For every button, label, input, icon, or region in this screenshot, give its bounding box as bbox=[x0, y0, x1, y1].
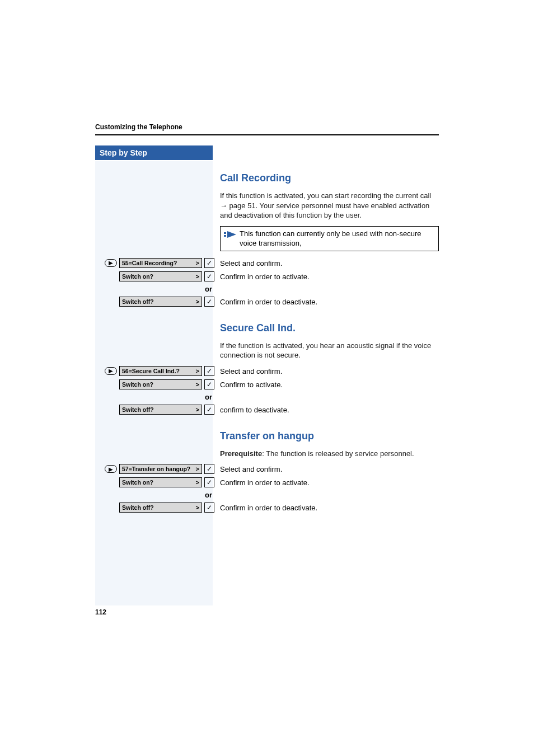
switch-on-row: Switch on? > ✓ Confirm to activate. bbox=[95, 379, 439, 389]
body-transfer: Prerequisite: The function is released b… bbox=[220, 449, 439, 459]
option-label: 57=Transfer on hangup? bbox=[122, 466, 190, 472]
option-label: 56=Secure Call Ind.? bbox=[122, 368, 180, 374]
option-label: Switch on? bbox=[122, 479, 153, 486]
heading-secure-call: Secure Call Ind. bbox=[220, 322, 439, 334]
note-box: This function can currently only be used… bbox=[220, 226, 439, 251]
svg-rect-0 bbox=[224, 232, 226, 234]
nav-right-icon: ▶ bbox=[105, 367, 117, 375]
chevron-right-icon: > bbox=[196, 298, 199, 305]
body-text-post: page 51. Your service personnel must hav… bbox=[220, 201, 429, 220]
or-separator: or bbox=[95, 285, 439, 293]
option-switch-on[interactable]: Switch on? > bbox=[119, 271, 202, 281]
prerequisite-label: Prerequisite bbox=[220, 449, 262, 458]
option-55-call-recording[interactable]: 55=Call Recording? > bbox=[119, 258, 202, 268]
switch-off-row: Switch off? > ✓ Confirm in order to deac… bbox=[95, 297, 439, 307]
instruction-text: Select and confirm. bbox=[216, 366, 439, 375]
body-secure-call: If the function is activated, you hear a… bbox=[220, 341, 439, 360]
chevron-right-icon: > bbox=[196, 406, 199, 413]
instruction-text: confirm to deactivate. bbox=[216, 405, 439, 414]
option-label: Switch off? bbox=[122, 298, 154, 305]
note-icon bbox=[224, 230, 240, 241]
page-number: 112 bbox=[95, 608, 106, 616]
instruction-text: Confirm in order to activate. bbox=[216, 271, 439, 281]
menu-row-call-recording: ▶ 55=Call Recording? > ✓ Select and conf… bbox=[95, 258, 439, 268]
option-switch-on[interactable]: Switch on? > bbox=[119, 379, 202, 389]
chevron-right-icon: > bbox=[196, 466, 199, 472]
menu-row-transfer: ▶ 57=Transfer on hangup? > ✓ Select and … bbox=[95, 464, 439, 474]
confirm-check-icon[interactable]: ✓ bbox=[204, 464, 214, 474]
option-switch-off[interactable]: Switch off? > bbox=[119, 297, 202, 307]
prerequisite-text: : The function is released by service pe… bbox=[262, 449, 414, 458]
option-56-secure-call[interactable]: 56=Secure Call Ind.? > bbox=[119, 366, 202, 376]
switch-on-row: Switch on? > ✓ Confirm in order to activ… bbox=[95, 271, 439, 281]
arrow-glyph: → bbox=[220, 201, 227, 210]
confirm-check-icon[interactable]: ✓ bbox=[204, 503, 214, 513]
switch-on-row: Switch on? > ✓ Confirm in order to activ… bbox=[95, 477, 439, 487]
nav-right-icon: ▶ bbox=[105, 259, 117, 267]
option-switch-off[interactable]: Switch off? > bbox=[119, 405, 202, 415]
chevron-right-icon: > bbox=[196, 381, 199, 388]
heading-call-recording: Call Recording bbox=[220, 172, 439, 184]
instruction-text: Confirm in order to activate. bbox=[216, 477, 439, 487]
or-label: or bbox=[95, 393, 216, 401]
chevron-right-icon: > bbox=[196, 273, 199, 280]
or-separator: or bbox=[95, 491, 439, 499]
heading-transfer: Transfer on hangup bbox=[220, 430, 439, 442]
header-title: Customizing the Telephone bbox=[95, 123, 439, 131]
switch-off-row: Switch off? > ✓ confirm to deactivate. bbox=[95, 405, 439, 415]
confirm-check-icon[interactable]: ✓ bbox=[204, 379, 214, 389]
option-57-transfer[interactable]: 57=Transfer on hangup? > bbox=[119, 464, 202, 474]
or-separator: or bbox=[95, 393, 439, 401]
body-text-pre: If this function is activated, you can s… bbox=[220, 191, 431, 200]
option-switch-off[interactable]: Switch off? > bbox=[119, 503, 202, 513]
chevron-right-icon: > bbox=[196, 504, 199, 511]
instruction-text: Confirm in order to deactivate. bbox=[216, 503, 439, 512]
svg-rect-1 bbox=[224, 235, 226, 237]
confirm-check-icon[interactable]: ✓ bbox=[204, 405, 214, 415]
confirm-check-icon[interactable]: ✓ bbox=[204, 258, 214, 268]
or-label: or bbox=[95, 285, 216, 293]
chevron-right-icon: > bbox=[196, 479, 199, 486]
body-call-recording: If this function is activated, you can s… bbox=[220, 191, 439, 220]
option-label: Switch on? bbox=[122, 273, 153, 280]
confirm-check-icon[interactable]: ✓ bbox=[204, 477, 214, 487]
instruction-text: Select and confirm. bbox=[216, 464, 439, 473]
instruction-text: Select and confirm. bbox=[216, 258, 439, 267]
option-label: 55=Call Recording? bbox=[122, 260, 177, 266]
svg-marker-2 bbox=[227, 231, 236, 238]
chevron-right-icon: > bbox=[196, 368, 199, 374]
option-label: Switch off? bbox=[122, 406, 154, 413]
or-label: or bbox=[95, 491, 216, 499]
option-label: Switch on? bbox=[122, 381, 153, 388]
confirm-check-icon[interactable]: ✓ bbox=[204, 366, 214, 376]
confirm-check-icon[interactable]: ✓ bbox=[204, 297, 214, 307]
option-switch-on[interactable]: Switch on? > bbox=[119, 477, 202, 487]
page-header: Customizing the Telephone bbox=[95, 123, 439, 135]
instruction-text: Confirm in order to deactivate. bbox=[216, 297, 439, 306]
page-content: Step by Step Call Recording If this func… bbox=[95, 145, 439, 516]
switch-off-row: Switch off? > ✓ Confirm in order to deac… bbox=[95, 503, 439, 513]
option-label: Switch off? bbox=[122, 504, 154, 511]
chevron-right-icon: > bbox=[196, 260, 199, 266]
note-text: This function can currently only be used… bbox=[240, 229, 435, 248]
instruction-text: Confirm to activate. bbox=[216, 379, 439, 389]
sidebar-title: Step by Step bbox=[95, 145, 213, 160]
nav-right-icon: ▶ bbox=[105, 465, 117, 473]
menu-row-secure-call: ▶ 56=Secure Call Ind.? > ✓ Select and co… bbox=[95, 366, 439, 376]
header-rule bbox=[95, 134, 439, 135]
confirm-check-icon[interactable]: ✓ bbox=[204, 271, 214, 281]
